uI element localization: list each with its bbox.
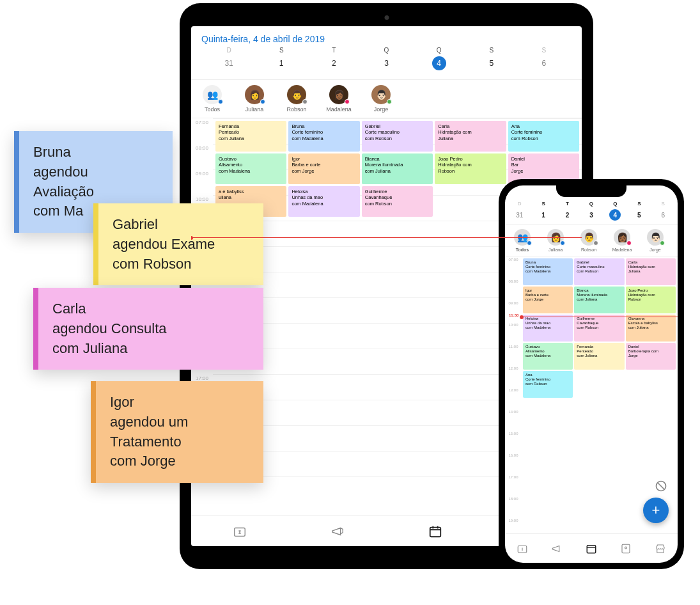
- calendar-icon[interactable]: [428, 524, 442, 538]
- event-card[interactable]: GuilhermeCavanhaquecom Robson: [362, 186, 433, 217]
- staff-item[interactable]: 👩🏾Madalena: [606, 229, 638, 252]
- event-card[interactable]: HeloisaUnhas da maocom Madalena: [523, 315, 573, 342]
- weekday-label: S: [651, 201, 675, 207]
- note-text: Carla: [52, 301, 86, 317]
- event-card[interactable]: GustavoAlisamentocom Madalena: [215, 153, 286, 184]
- event-card[interactable]: AnaCorte femininocom Robson: [508, 121, 579, 152]
- hour-label: 07:00: [505, 256, 522, 278]
- phone-nav: [505, 533, 678, 563]
- staff-item[interactable]: 👩Juliana: [236, 85, 273, 113]
- day-number[interactable]: 3: [579, 212, 603, 219]
- note-text: agendou um: [110, 414, 188, 430]
- hour-label: 09:00: [505, 300, 522, 322]
- day-number[interactable]: 6: [518, 59, 570, 68]
- notification-card: Igor agendou um Tratamento com Jorge: [91, 381, 263, 483]
- staff-selector[interactable]: 👥Todos👩Juliana👨Robson👩🏾Madalena👨🏻Jorge: [505, 224, 678, 256]
- hour-label: 07:00: [191, 118, 213, 144]
- weeknum-row[interactable]: 31123456: [201, 55, 572, 75]
- megaphone-icon[interactable]: [551, 543, 563, 554]
- event-card[interactable]: DanielBarboterapia comJorge: [626, 343, 676, 370]
- weekday-label: T: [307, 47, 360, 54]
- staff-item[interactable]: 👩🏾Madalena: [320, 85, 357, 113]
- event-card[interactable]: IgorBarba e cortecom Jorge: [523, 287, 573, 313]
- day-number[interactable]: 4: [413, 56, 465, 70]
- hour-label: 08:00: [191, 144, 213, 169]
- event-card[interactable]: GiovannaEscola e babylisscom Juliana: [626, 315, 676, 342]
- staff-item[interactable]: 👩Juliana: [540, 229, 572, 252]
- hour-label: 14:00: [505, 409, 522, 430]
- day-number[interactable]: 5: [627, 212, 651, 219]
- megaphone-icon[interactable]: [331, 524, 345, 538]
- staff-item[interactable]: 👨🏻Jorge: [362, 85, 400, 113]
- day-number[interactable]: 3: [360, 59, 412, 68]
- event-card[interactable]: BiancaMorena iluminadacom Juliana: [574, 287, 624, 313]
- day-number[interactable]: 31: [508, 212, 531, 219]
- hour-label: 16:00: [505, 452, 522, 474]
- staff-item[interactable]: 👥Todos: [194, 85, 231, 113]
- event-card[interactable]: FernandaPenteadocom Juliana: [215, 121, 286, 152]
- money-icon[interactable]: [517, 543, 528, 554]
- day-number[interactable]: 1: [531, 212, 555, 219]
- weeknum-row[interactable]: 31123456: [505, 208, 678, 224]
- note-text: Igor: [110, 394, 134, 410]
- phone-notch: [556, 185, 626, 197]
- event-card[interactable]: BrunaCorte femininocom Madalena: [288, 121, 359, 152]
- note-text: com Robson: [113, 256, 192, 272]
- event-card[interactable]: BiancaMorena iluminadacom Juliana: [362, 153, 433, 184]
- weekday-label: S: [518, 47, 570, 54]
- day-number[interactable]: 6: [651, 212, 675, 219]
- event-card[interactable]: IgorBarba e cortecom Jorge: [288, 153, 359, 184]
- event-card[interactable]: HeloisaUnhas da maocom Madalena: [288, 186, 359, 217]
- staff-item[interactable]: 👨🏻Jorge: [639, 229, 671, 252]
- event-card[interactable]: AnaCorte femininocom Robson: [523, 371, 573, 398]
- notification-card: Carla agendou Consulta com Juliana: [33, 288, 263, 370]
- hour-label: 17:00: [505, 474, 522, 496]
- hour-label: 10:00: [505, 322, 522, 343]
- staff-item[interactable]: 👥Todos: [506, 229, 538, 252]
- current-date: Quinta-feira, 4 de abril de 2019: [201, 34, 572, 44]
- event-card[interactable]: GustavoAlisamentocom Madalena: [523, 343, 573, 370]
- current-time-line: [191, 237, 582, 238]
- note-text: Gabriel: [113, 216, 158, 232]
- weekday-label: Q: [413, 47, 465, 54]
- svg-rect-1: [430, 527, 441, 537]
- weekday-label: Q: [603, 201, 627, 207]
- note-text: agendou Consulta: [52, 320, 167, 336]
- calendar-grid[interactable]: 07:0008:0009:0010:0011:0012:0013:0014:00…: [505, 256, 678, 533]
- add-button[interactable]: +: [643, 498, 669, 523]
- contact-icon[interactable]: [620, 543, 632, 554]
- event-card[interactable]: FernandaPenteadocom Juliana: [574, 343, 624, 370]
- phone-screen: DSTQQSS 31123456 👥Todos👩Juliana👨Robson👩🏾…: [505, 185, 678, 563]
- note-text: com Juliana: [52, 340, 127, 356]
- event-card[interactable]: BrunaCorte femininocom Madalena: [523, 258, 573, 285]
- event-card[interactable]: CarlaHidratação comJuliana: [435, 121, 506, 152]
- note-text: Avaliação: [33, 184, 94, 200]
- tablet-header: Quinta-feira, 4 de abril de 2019 DSTQQSS…: [191, 26, 582, 79]
- day-number[interactable]: 2: [307, 59, 360, 68]
- weekday-label: Q: [579, 201, 603, 207]
- hour-label: 19:00: [505, 517, 522, 533]
- note-text: com Jorge: [110, 453, 176, 469]
- staff-item[interactable]: 👨Robson: [278, 85, 315, 113]
- notification-card: Gabriel agendou Exame com Robson: [93, 203, 263, 285]
- event-card[interactable]: Joao PedroHidratação comRobson: [626, 287, 676, 313]
- event-card[interactable]: CarlaHidratação comJuliana: [626, 258, 676, 285]
- day-number[interactable]: 1: [255, 59, 307, 68]
- day-number[interactable]: 31: [203, 59, 255, 68]
- money-icon[interactable]: [233, 524, 247, 538]
- event-card[interactable]: GabrielCorte masculinocom Robson: [362, 121, 433, 152]
- event-card[interactable]: GuilhermeCavanhaquecom Robson: [574, 315, 624, 342]
- staff-selector[interactable]: 👥Todos👩Juliana👨Robson👩🏾Madalena👨🏻Jorge: [191, 79, 582, 118]
- calendar-icon[interactable]: [586, 543, 597, 554]
- day-number[interactable]: 2: [556, 212, 579, 219]
- day-number[interactable]: 4: [603, 209, 627, 221]
- store-icon[interactable]: [655, 543, 666, 554]
- weekday-label: S: [255, 47, 307, 54]
- day-number[interactable]: 5: [465, 59, 518, 68]
- weekday-label: Q: [360, 47, 412, 54]
- event-card[interactable]: Joao PedroHidratação comRobson: [435, 153, 506, 184]
- staff-item[interactable]: 👨Robson: [573, 229, 605, 252]
- block-icon[interactable]: [655, 480, 667, 492]
- event-card[interactable]: GabrielCorte masculinocom Robson: [574, 258, 624, 285]
- hour-label: 15:00: [505, 430, 522, 452]
